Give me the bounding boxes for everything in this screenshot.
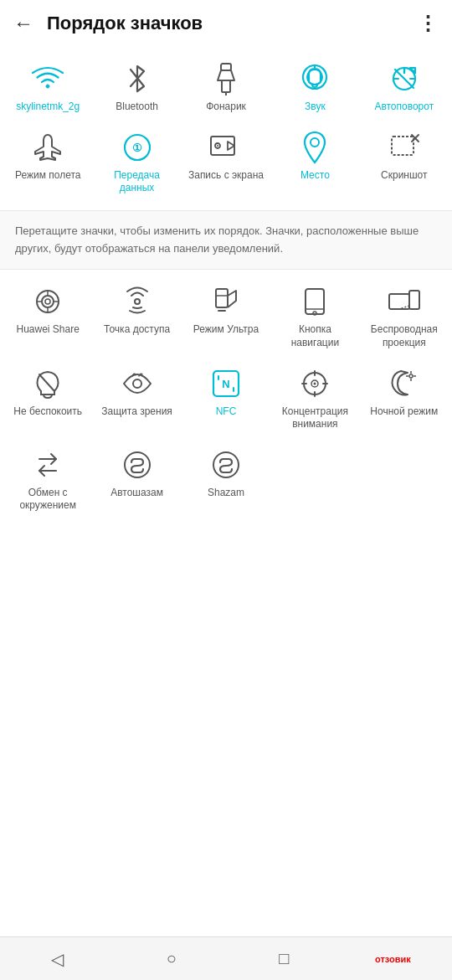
svg-rect-31 (306, 289, 324, 314)
wirelessproject-label: Беспроводная проекция (363, 323, 445, 349)
wirelessproject-icon (388, 285, 421, 318)
hotspot-item[interactable]: Точка доступа (92, 276, 181, 358)
hotspot-icon (121, 285, 154, 318)
flashlight-icon (209, 62, 243, 95)
svg-point-16 (311, 138, 319, 147)
wirelessproject-item[interactable]: Беспроводная проекция (360, 276, 449, 358)
airplane-item[interactable]: Режим полета (3, 122, 92, 204)
svg-rect-28 (216, 289, 228, 307)
donotdisturb-item[interactable]: Не беспокоить (3, 358, 92, 440)
navkey-item[interactable]: Кнопка навигации (270, 276, 359, 358)
nfc-item[interactable]: N NFC (182, 358, 270, 440)
svg-point-14 (217, 145, 218, 147)
back-nav-button[interactable]: ◁ (34, 942, 80, 976)
svg-point-42 (314, 382, 316, 384)
data-icon: ① (121, 131, 154, 164)
nightmode-item[interactable]: Ночной режим (360, 358, 449, 440)
home-nav-button[interactable]: ○ (150, 942, 193, 975)
location-item[interactable]: Место (270, 122, 359, 204)
exchange-item[interactable]: Обмен с окружением (3, 440, 92, 521)
wifi-label: skylinetmk_2g (16, 101, 80, 114)
airplane-icon (31, 131, 64, 164)
svg-point-22 (45, 299, 50, 304)
screenshot-icon (388, 131, 421, 164)
ultramode-label: Режим Ультра (193, 323, 259, 337)
nightmode-icon (388, 367, 421, 400)
bluetooth-label: Bluetooth (116, 101, 158, 114)
screenshot-item[interactable]: Скриншот (360, 122, 449, 204)
huaweishare-item[interactable]: Huawei Share (3, 276, 92, 358)
screenshot-label: Скриншот (381, 169, 427, 183)
screenrecord-icon (209, 131, 243, 164)
header: ← Порядок значков ⋮ (0, 0, 452, 47)
donotdisturb-icon (31, 367, 64, 400)
eyeprotect-icon (121, 367, 154, 400)
autorotate-label: Автоповорот (374, 101, 434, 114)
exchange-icon (31, 448, 64, 482)
svg-point-21 (42, 296, 54, 307)
location-label: Место (300, 169, 330, 183)
autorotate-item[interactable]: Автоповорот (360, 54, 449, 122)
screenrecord-item[interactable]: Запись с экрана (182, 122, 270, 204)
location-icon (298, 131, 331, 164)
wifi-item[interactable]: skylinetmk_2g (3, 54, 92, 122)
svg-rect-35 (409, 291, 419, 309)
exchange-label: Обмен с окружением (7, 487, 89, 513)
autoshazam-item[interactable]: Автошазам (92, 440, 181, 521)
svg-point-27 (135, 299, 140, 304)
svg-text:N: N (222, 378, 229, 390)
page-title: Порядок значков (47, 13, 418, 34)
shazam-label: Shazam (208, 487, 244, 500)
shazam-icon (209, 448, 243, 482)
svg-rect-17 (392, 137, 413, 155)
active-icons-grid: skylinetmk_2g Bluetooth Фонарик (0, 47, 452, 211)
eyeprotect-item[interactable]: Защита зрения (92, 358, 181, 440)
navkey-label: Кнопка навигации (274, 323, 356, 349)
nightmode-label: Ночной режим (370, 405, 438, 419)
wifi-icon (31, 62, 64, 95)
focus-icon (298, 367, 331, 400)
sound-label: Звук (305, 101, 326, 114)
ultramode-item[interactable]: Режим Ультра (182, 276, 270, 358)
donotdisturb-label: Не беспокоить (13, 405, 82, 419)
data-label: Передача данных (95, 169, 177, 195)
focus-label: Концентрация внимания (274, 405, 356, 431)
svg-point-47 (409, 374, 413, 378)
autoshazam-label: Автошазам (110, 487, 163, 500)
airplane-label: Режим полета (15, 169, 81, 183)
huaweishare-icon (31, 285, 64, 318)
bluetooth-icon (121, 62, 154, 95)
navkey-icon (298, 285, 331, 318)
flashlight-label: Фонарик (206, 101, 246, 114)
brand-watermark: отзовик (375, 954, 411, 964)
autoshazam-icon (121, 448, 154, 482)
flashlight-item[interactable]: Фонарик (182, 54, 270, 122)
svg-rect-34 (389, 294, 409, 309)
hotspot-label: Точка доступа (104, 323, 170, 337)
info-text-content: Перетащите значки, чтобы изменить их пор… (15, 224, 419, 255)
inactive-icons-grid: Huawei Share Точка доступа Режим Ультра (0, 270, 452, 528)
back-button[interactable]: ← (13, 12, 33, 35)
screenrecord-label: Запись с экрана (188, 169, 264, 183)
eyeprotect-label: Защита зрения (101, 405, 172, 419)
bottom-navigation: ◁ ○ □ отзовик (0, 936, 452, 980)
autorotate-icon (388, 62, 421, 95)
bluetooth-item[interactable]: Bluetooth (92, 54, 181, 122)
nfc-label: NFC (216, 405, 237, 419)
svg-rect-1 (221, 64, 231, 70)
data-item[interactable]: ① Передача данных (92, 122, 181, 204)
focus-item[interactable]: Концентрация внимания (270, 358, 359, 440)
nfc-icon: N (209, 367, 243, 400)
svg-marker-15 (228, 142, 234, 150)
svg-rect-2 (222, 80, 230, 92)
sound-item[interactable]: Звук (270, 54, 359, 122)
info-section: Перетащите значки, чтобы изменить их пор… (0, 211, 452, 271)
svg-text:①: ① (132, 142, 142, 154)
sound-icon (298, 62, 331, 95)
shazam-item[interactable]: Shazam (182, 440, 270, 521)
recent-nav-button[interactable]: □ (262, 942, 306, 975)
menu-button[interactable]: ⋮ (418, 12, 439, 35)
huaweishare-label: Huawei Share (17, 323, 80, 337)
svg-point-37 (133, 379, 141, 388)
ultramode-icon (209, 285, 243, 318)
